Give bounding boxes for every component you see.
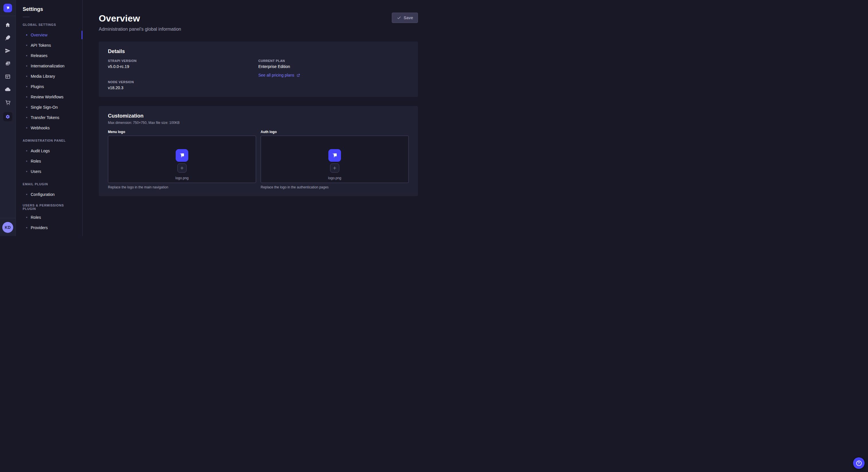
sidebar-item-label: Single Sign-On [31, 105, 58, 109]
sidebar-item-webhooks[interactable]: Webhooks [16, 123, 82, 133]
bullet-icon [26, 194, 27, 195]
nav-content-manager-button[interactable] [5, 35, 11, 41]
nav-home-button[interactable] [5, 22, 11, 28]
sidebar-item-transfer-tokens[interactable]: Transfer Tokens [16, 112, 82, 123]
node-version-value: v18.20.3 [108, 86, 258, 90]
nav-panel-button[interactable] [5, 73, 11, 80]
section-administration-panel: ADMINISTRATION PANEL Audit Logs Roles Us… [16, 138, 82, 177]
current-plan-label: CURRENT PLAN [258, 59, 409, 63]
bullet-icon [26, 227, 27, 228]
main-nav-rail: KD [0, 0, 16, 236]
section-header-users-permissions-plugin: USERS & PERMISSIONS PLUGIN [16, 204, 82, 210]
bullet-icon [26, 107, 27, 108]
plus-icon [332, 166, 337, 170]
menu-logo-block: Menu logo [108, 130, 256, 189]
sidebar-item-audit-logs[interactable]: Audit Logs [16, 146, 82, 156]
bullet-icon [26, 76, 27, 77]
bullet-icon [26, 55, 27, 56]
sidebar-item-label: Internationalization [31, 64, 65, 68]
divider [23, 16, 30, 17]
page-title: Overview [99, 13, 181, 24]
auth-logo-caption: Replace the logo in the authentication p… [260, 185, 409, 189]
sidebar-item-up-roles[interactable]: Roles [16, 212, 82, 223]
nav-marketplace-button[interactable] [5, 99, 11, 105]
sidebar-item-overview[interactable]: Overview [16, 30, 82, 40]
auth-logo-label: Auth logo [260, 130, 409, 134]
shopping-cart-icon [5, 100, 11, 105]
auth-logo-block: Auth logo [260, 130, 409, 189]
menu-logo-filename: logo.png [175, 176, 189, 180]
images-icon [5, 61, 11, 67]
menu-logo-caption: Replace the logo in the main navigation [108, 185, 256, 189]
strapi-logo[interactable] [3, 4, 12, 12]
current-plan-field: CURRENT PLAN Enterprise Edition [258, 59, 409, 69]
auth-logo-preview [329, 149, 341, 162]
settings-sidebar: Settings GLOBAL SETTINGS Overview API To… [16, 0, 83, 236]
sidebar-item-plugins[interactable]: Plugins [16, 81, 82, 92]
sidebar-item-up-providers[interactable]: Providers [16, 223, 82, 233]
page-header: Overview Administration panel’s global i… [99, 13, 418, 32]
sidebar-item-label: Roles [31, 215, 41, 220]
section-users-permissions-plugin: USERS & PERMISSIONS PLUGIN Roles Provide… [16, 204, 82, 233]
paper-plane-icon [5, 48, 11, 54]
customization-card: Customization Max dimension: 750×750, Ma… [99, 106, 418, 196]
sidebar-item-single-sign-on[interactable]: Single Sign-On [16, 102, 82, 112]
check-icon [397, 15, 401, 20]
bullet-icon [26, 45, 27, 46]
pricing-plans-link-label: See all pricing plans [258, 73, 294, 77]
bullet-icon [26, 65, 27, 67]
sidebar-item-label: Media Library [31, 74, 55, 78]
bullet-icon [26, 150, 27, 151]
feather-icon [5, 35, 11, 41]
strapi-version-label: STRAPI VERSION [108, 59, 258, 63]
section-global-settings: GLOBAL SETTINGS Overview API Tokens Rele… [16, 22, 82, 133]
customization-card-subtitle: Max dimension: 750×750, Max file size: 1… [108, 121, 409, 125]
details-left-column: STRAPI VERSION v5.0.0-rc.19 NODE VERSION… [108, 59, 258, 90]
save-button[interactable]: Save [392, 12, 418, 23]
menu-logo-preview [176, 149, 188, 162]
bullet-icon [26, 34, 27, 36]
customization-card-title: Customization [108, 113, 409, 119]
sidebar-item-label: Users [31, 169, 41, 174]
sidebar-item-label: Audit Logs [31, 148, 50, 153]
sidebar-item-review-workflows[interactable]: Review Workflows [16, 92, 82, 102]
main-content: Overview Administration panel’s global i… [83, 0, 434, 236]
sidebar-item-label: Plugins [31, 84, 44, 89]
current-plan-value: Enterprise Edition [258, 64, 409, 69]
auth-logo-filename: logo.png [328, 176, 341, 180]
home-icon [5, 22, 11, 28]
nav-cloud-button[interactable] [5, 86, 11, 93]
sidebar-item-label: Releases [31, 53, 48, 58]
bullet-icon [26, 96, 27, 98]
bullet-icon [26, 127, 27, 129]
nav-content-type-builder-button[interactable] [5, 47, 11, 54]
divider [0, 16, 16, 16]
bullet-icon [26, 117, 27, 118]
sidebar-item-admin-users[interactable]: Users [16, 166, 82, 177]
sidebar-item-api-tokens[interactable]: API Tokens [16, 40, 82, 50]
nav-media-library-button[interactable] [5, 61, 11, 67]
pricing-plans-link[interactable]: See all pricing plans [258, 73, 300, 77]
auth-logo-upload-box[interactable]: logo.png [260, 136, 409, 183]
sidebar-item-label: Webhooks [31, 126, 50, 130]
user-avatar[interactable]: KD [2, 222, 13, 233]
bullet-icon [26, 161, 27, 162]
menu-logo-add-button[interactable] [177, 164, 187, 173]
sidebar-item-email-configuration[interactable]: Configuration [16, 189, 82, 200]
auth-logo-add-button[interactable] [330, 164, 339, 173]
sidebar-item-label: Roles [31, 159, 41, 164]
details-card-title: Details [108, 48, 409, 55]
sidebar-item-internationalization[interactable]: Internationalization [16, 61, 82, 71]
gear-icon [5, 113, 11, 120]
sidebar-title: Settings [16, 6, 82, 12]
strapi-version-value: v5.0.0-rc.19 [108, 64, 258, 69]
menu-logo-upload-box[interactable]: logo.png [108, 136, 256, 183]
nav-settings-button[interactable] [3, 112, 12, 121]
sidebar-item-releases[interactable]: Releases [16, 50, 82, 61]
section-header-administration-panel: ADMINISTRATION PANEL [16, 138, 82, 143]
bullet-icon [26, 86, 27, 87]
sidebar-item-admin-roles[interactable]: Roles [16, 156, 82, 166]
sidebar-item-media-library[interactable]: Media Library [16, 71, 82, 81]
details-right-column: CURRENT PLAN Enterprise Edition See all … [258, 59, 409, 90]
sidebar-item-label: API Tokens [31, 43, 51, 47]
